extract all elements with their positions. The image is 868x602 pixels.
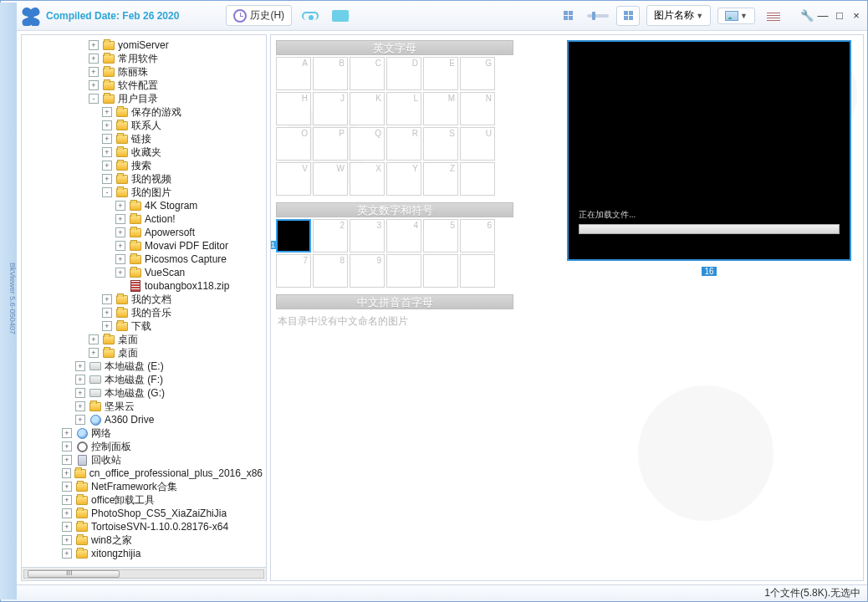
- tree-item[interactable]: +本地磁盘 (G:): [22, 386, 266, 400]
- tree-expander[interactable]: +: [102, 308, 112, 318]
- tree-expander[interactable]: +: [62, 468, 71, 478]
- preview-image-box[interactable]: 正在加载文件...: [567, 40, 851, 261]
- tree-item[interactable]: +本地磁盘 (F:): [22, 373, 266, 386]
- alpha-cell[interactable]: P: [313, 127, 348, 161]
- history-button[interactable]: 历史(H): [226, 5, 292, 26]
- alpha-cell[interactable]: N: [460, 92, 495, 125]
- maximize-button[interactable]: □: [834, 9, 845, 22]
- tree-expander[interactable]: +: [115, 268, 125, 278]
- alpha-cell[interactable]: O: [276, 127, 311, 161]
- tree-item[interactable]: +下载: [22, 319, 266, 333]
- tree-expander[interactable]: +: [89, 67, 99, 77]
- alpha-cell[interactable]: R: [386, 127, 421, 161]
- tree-expander[interactable]: +: [102, 134, 112, 144]
- tree-expander[interactable]: +: [89, 54, 99, 64]
- tree-item[interactable]: +Picosmos Capture: [22, 253, 266, 266]
- tree-expander[interactable]: -: [102, 187, 112, 197]
- tree-item[interactable]: +搜索: [22, 159, 266, 172]
- tree-expander[interactable]: +: [75, 401, 85, 411]
- tree-item[interactable]: +桌面: [22, 346, 266, 360]
- folder-tree[interactable]: +yomiServer+常用软件+陈丽珠+软件配置-用户目录+保存的游戏+联系人…: [22, 35, 266, 567]
- tree-expander[interactable]: +: [115, 254, 125, 264]
- alpha-cell[interactable]: B: [313, 57, 348, 90]
- tree-expander[interactable]: +: [89, 334, 99, 344]
- tree-item[interactable]: +坚果云: [22, 400, 266, 413]
- tree-item[interactable]: +我的文档: [22, 293, 266, 306]
- tree-item[interactable]: -我的图片: [22, 186, 266, 199]
- tree-item[interactable]: +yomiServer: [22, 38, 266, 52]
- tree-expander[interactable]: +: [115, 241, 125, 251]
- alpha-cell[interactable]: G: [460, 57, 495, 90]
- tree-expander[interactable]: +: [62, 482, 72, 492]
- tree-item[interactable]: +win8之家: [22, 533, 266, 547]
- alpha-cell[interactable]: V: [276, 162, 311, 196]
- tree-item[interactable]: +保存的游戏: [22, 105, 266, 119]
- tree-item[interactable]: +Apowersoft: [22, 226, 266, 239]
- tree-item[interactable]: +PhotoShop_CS5_XiaZaiZhiJia: [22, 507, 266, 520]
- sort-dropdown[interactable]: 图片名称 ▼: [646, 5, 711, 26]
- record-button[interactable]: [329, 6, 352, 26]
- alpha-cell[interactable]: S: [423, 127, 458, 161]
- alpha-cell[interactable]: D: [386, 57, 421, 90]
- alpha-cell[interactable]: U: [460, 127, 495, 161]
- tree-expander[interactable]: +: [115, 201, 125, 211]
- tree-item[interactable]: toubangbox118.zip: [22, 279, 266, 293]
- tree-item[interactable]: +链接: [22, 132, 266, 145]
- tree-item[interactable]: +4K Stogram: [22, 199, 266, 212]
- tree-item[interactable]: +VueScan: [22, 266, 266, 279]
- numsym-cell[interactable]: 5: [423, 219, 458, 253]
- tree-item[interactable]: +office卸载工具: [22, 493, 266, 507]
- alpha-cell[interactable]: Z: [423, 162, 458, 196]
- tree-expander[interactable]: +: [102, 147, 112, 157]
- alpha-cell[interactable]: C: [350, 57, 385, 90]
- tree-item[interactable]: +A360 Drive: [22, 413, 266, 426]
- tree-item[interactable]: +TortoiseSVN-1.10.0.28176-x64: [22, 520, 266, 533]
- tree-expander[interactable]: +: [62, 441, 72, 452]
- tree-expander[interactable]: +: [115, 227, 125, 237]
- tree-item[interactable]: +软件配置: [22, 79, 266, 92]
- tree-expander[interactable]: +: [102, 294, 112, 304]
- alpha-cell[interactable]: Q: [350, 127, 385, 161]
- tree-item[interactable]: +cn_office_professional_plus_2016_x86: [22, 467, 266, 480]
- tree-expander[interactable]: +: [62, 508, 72, 518]
- tree-expander[interactable]: +: [75, 388, 85, 398]
- tree-item[interactable]: +NetFramework合集: [22, 480, 266, 493]
- tree-expander[interactable]: +: [89, 348, 99, 358]
- tree-item[interactable]: +回收站: [22, 453, 266, 467]
- tree-expander[interactable]: +: [89, 80, 99, 90]
- tree-expander[interactable]: +: [62, 522, 72, 532]
- tree-expander[interactable]: +: [62, 455, 72, 465]
- close-button[interactable]: ×: [850, 9, 862, 22]
- numsym-cell[interactable]: [460, 254, 495, 288]
- thumb-style-dropdown[interactable]: ▼: [717, 8, 755, 24]
- numsym-cell[interactable]: 4: [386, 219, 421, 253]
- tree-expander[interactable]: +: [89, 40, 99, 50]
- thumb-size-slider[interactable]: [586, 6, 610, 26]
- alpha-cell[interactable]: [460, 162, 495, 196]
- tree-expander[interactable]: +: [62, 428, 72, 438]
- numsym-cell[interactable]: 7: [276, 254, 311, 288]
- tree-item[interactable]: +Action!: [22, 212, 266, 226]
- numsym-cell[interactable]: 3: [350, 219, 385, 253]
- tree-item[interactable]: +常用软件: [22, 52, 266, 65]
- tree-item[interactable]: +桌面: [22, 333, 266, 346]
- tree-item[interactable]: +Movavi PDF Editor: [22, 239, 266, 253]
- alpha-cell[interactable]: A: [276, 57, 311, 90]
- alpha-cell[interactable]: X: [350, 162, 385, 196]
- tree-expander[interactable]: +: [62, 548, 72, 559]
- alpha-cell[interactable]: H: [276, 92, 311, 125]
- numsym-cell[interactable]: 6: [460, 219, 495, 253]
- alpha-cell[interactable]: L: [386, 92, 421, 125]
- alpha-cell[interactable]: Y: [386, 162, 421, 196]
- view-large-grid-button[interactable]: [616, 6, 640, 26]
- alpha-cell[interactable]: K: [350, 92, 385, 125]
- alpha-cell[interactable]: W: [313, 162, 348, 196]
- tree-expander[interactable]: +: [102, 161, 112, 171]
- tree-item[interactable]: -用户目录: [22, 92, 266, 105]
- tree-expander[interactable]: +: [62, 535, 72, 545]
- tree-item[interactable]: +我的视频: [22, 172, 266, 186]
- tree-expander[interactable]: +: [115, 214, 125, 224]
- numsym-cell[interactable]: 2: [313, 219, 348, 253]
- minimize-button[interactable]: —: [817, 9, 829, 22]
- tree-item[interactable]: +收藏夹: [22, 145, 266, 159]
